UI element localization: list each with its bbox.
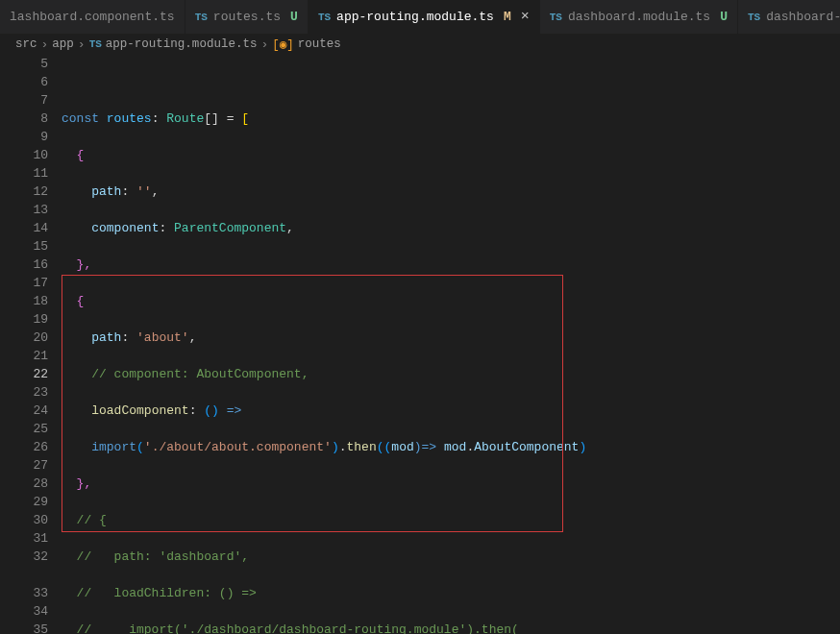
tab-item-label: app-routing.module.ts: [336, 10, 494, 24]
editor-tabs: lashboard.component.ts TS routes.ts U TS…: [0, 0, 840, 34]
breadcrumb-segment[interactable]: app-routing.module.ts: [106, 37, 258, 51]
typescript-icon: TS: [89, 38, 102, 50]
code-line[interactable]: import('./about/about.component').then((…: [62, 438, 840, 456]
breadcrumb-segment[interactable]: src: [15, 37, 37, 51]
close-icon[interactable]: ×: [521, 9, 530, 25]
code-line[interactable]: {: [62, 146, 840, 164]
line-number-gutter: 5 6 7 8 9 10 11 12 13 14 15 16 17 18 19 …: [17, 55, 62, 634]
activity-bar-slice: [0, 55, 17, 634]
tab-dashboard-module[interactable]: TS dashboard.module.ts U: [540, 0, 738, 34]
breadcrumb[interactable]: src › app › TS app-routing.module.ts › […: [0, 34, 840, 55]
code-line[interactable]: // loadChildren: () =>: [62, 584, 840, 602]
tab-item-label: routes.ts: [213, 10, 281, 24]
git-status-badge: M: [504, 10, 511, 24]
breadcrumb-segment[interactable]: routes: [298, 37, 341, 51]
code-content[interactable]: const routes: Route[] = [ { path: '', co…: [62, 55, 840, 634]
tab-item-label: lashboard.component.ts: [10, 10, 175, 24]
code-line[interactable]: // {: [62, 511, 840, 529]
code-line[interactable]: loadComponent: () =>: [62, 402, 840, 420]
git-status-badge: U: [720, 10, 728, 24]
code-line[interactable]: component: ParentComponent,: [62, 219, 840, 237]
code-line[interactable]: // import('./dashboard/dashboard-routing…: [62, 621, 840, 634]
code-line[interactable]: // component: AboutComponent,: [62, 365, 840, 383]
git-status-badge: U: [290, 10, 298, 24]
chevron-right-icon: ›: [260, 37, 268, 52]
code-line[interactable]: const routes: Route[] = [: [62, 110, 840, 128]
code-line[interactable]: [62, 73, 840, 91]
code-line[interactable]: // path: 'dashboard',: [62, 548, 840, 566]
typescript-icon: TS: [748, 12, 760, 23]
breadcrumb-segment[interactable]: app: [52, 37, 74, 51]
tab-dashboard-component[interactable]: lashboard.component.ts: [0, 0, 185, 34]
code-line[interactable]: path: '',: [62, 183, 840, 201]
tab-routes[interactable]: TS routes.ts U: [185, 0, 309, 34]
code-line[interactable]: path: 'about',: [62, 329, 840, 347]
tab-item-label: dashboard.module.ts: [568, 10, 710, 24]
typescript-icon: TS: [318, 12, 331, 23]
code-editor[interactable]: 5 6 7 8 9 10 11 12 13 14 15 16 17 18 19 …: [0, 55, 840, 634]
variable-icon: [◉]: [272, 37, 294, 52]
tab-app-routing-module[interactable]: TS app-routing.module.ts M ×: [309, 0, 540, 34]
chevron-right-icon: ›: [78, 37, 86, 52]
typescript-icon: TS: [550, 12, 562, 23]
code-line[interactable]: {: [62, 292, 840, 310]
chevron-right-icon: ›: [41, 37, 49, 52]
tab-dashboard-routing[interactable]: TS dashboard-routing: [738, 0, 840, 34]
code-line[interactable]: },: [62, 256, 840, 274]
tab-item-label: dashboard-routing: [766, 10, 840, 24]
typescript-icon: TS: [195, 12, 208, 23]
code-line[interactable]: },: [62, 475, 840, 493]
